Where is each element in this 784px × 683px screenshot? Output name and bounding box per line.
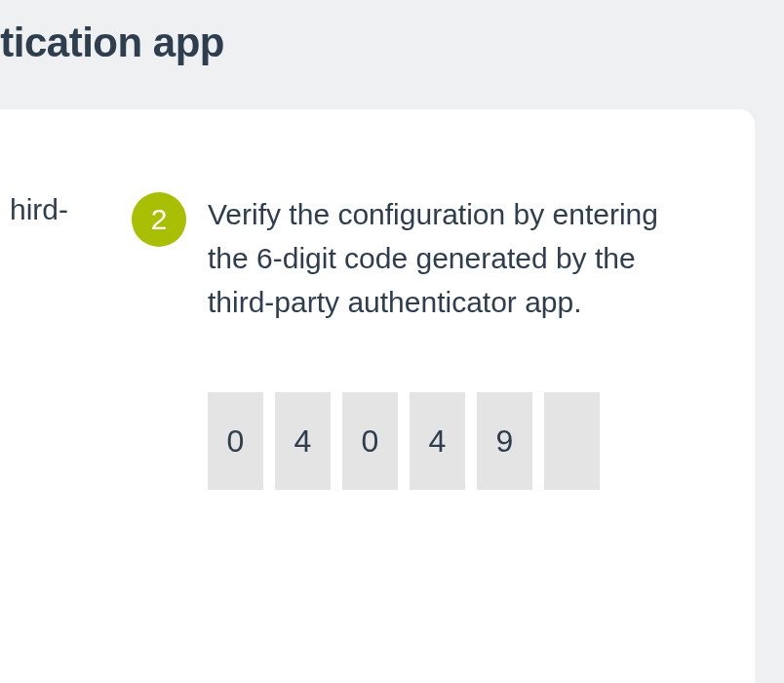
code-digit-4[interactable]	[410, 392, 465, 490]
page-title: tor authentication app	[0, 20, 784, 66]
step-2-column: 2 Verify the configuration by entering t…	[132, 192, 736, 490]
code-digit-6[interactable]	[544, 392, 600, 490]
step-1-column: hird-	[0, 187, 88, 231]
setup-card: hird- 2 Verify the configuration by ente…	[0, 109, 755, 683]
code-input-group	[208, 392, 736, 490]
step-2-instruction: Verify the configuration by entering the…	[208, 192, 705, 324]
code-digit-1[interactable]	[208, 392, 263, 490]
code-digit-5[interactable]	[477, 392, 532, 490]
step-1-text-fragment: hird-	[0, 187, 68, 231]
code-digit-3[interactable]	[342, 392, 398, 490]
step-2-badge: 2	[132, 192, 186, 247]
code-digit-2[interactable]	[275, 392, 331, 490]
page-header: tor authentication app	[0, 0, 784, 86]
step-2-header: 2 Verify the configuration by entering t…	[132, 192, 736, 324]
